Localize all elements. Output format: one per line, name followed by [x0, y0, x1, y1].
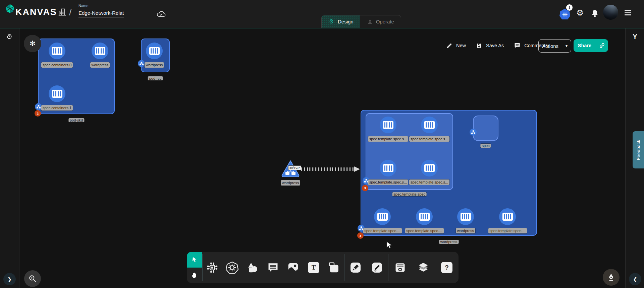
- kubernetes-helm-icon: [226, 261, 238, 274]
- select-arrow-icon: [191, 256, 198, 263]
- node-label: spec.containers.1: [41, 105, 73, 111]
- design-name-label: Name: [78, 4, 88, 8]
- brand-title: KANVAS: [15, 7, 57, 17]
- container-node[interactable]: spec.template.spec....: [366, 208, 399, 233]
- node-label: spec.template.spec.s...: [368, 136, 409, 142]
- note-card-icon: [328, 262, 340, 274]
- container-node[interactable]: wordpress: [138, 43, 171, 68]
- design-name-input[interactable]: [78, 9, 124, 17]
- group-wordpress-label[interactable]: wordpress: [439, 240, 459, 244]
- pod-skd-error-badge[interactable]: 2: [35, 110, 41, 117]
- feedback-tab[interactable]: Feedback: [633, 131, 644, 168]
- container-node[interactable]: spec.template.spec.s...: [413, 160, 446, 185]
- shapes-tool[interactable]: [242, 252, 263, 283]
- node-label: spec.template.spec.s...: [409, 179, 450, 185]
- tab-operate[interactable]: Operate: [360, 15, 401, 28]
- zoom-magnifier-icon: [28, 274, 37, 283]
- component-tool[interactable]: [203, 252, 222, 283]
- drawer-icon: [394, 262, 406, 274]
- operate-icon: [367, 19, 373, 25]
- node-label: wordpress: [456, 228, 476, 233]
- pan-tool[interactable]: [187, 268, 202, 283]
- container-icon: [49, 85, 65, 102]
- node-spec-label[interactable]: spec: [480, 144, 491, 148]
- save-as-button[interactable]: Save As: [476, 43, 504, 49]
- help-tool[interactable]: ?: [435, 252, 459, 283]
- zoom-button[interactable]: [24, 270, 41, 287]
- text-T-icon: T: [308, 262, 319, 273]
- user-avatar[interactable]: [603, 5, 618, 20]
- actions-button[interactable]: Actions ▾: [538, 39, 571, 53]
- canvas-toolbar: T: [187, 252, 459, 283]
- pen-nib-icon: [607, 273, 615, 282]
- layers-icon: [417, 261, 430, 274]
- tab-design-label: Design: [338, 19, 354, 24]
- container-node[interactable]: spec.containers.0: [40, 43, 74, 68]
- kubernetes-tool[interactable]: [222, 252, 242, 283]
- expand-right-panel-button[interactable]: ❮: [629, 273, 641, 285]
- container-node[interactable]: spec.template.spec.s...: [413, 117, 446, 142]
- node-spec[interactable]: spec: [473, 116, 498, 141]
- notifications-bell-icon[interactable]: [590, 9, 599, 18]
- new-label: New: [456, 43, 466, 48]
- group-pod-skd-label[interactable]: pod-skd: [68, 118, 84, 122]
- container-icon: [457, 208, 474, 225]
- container-node[interactable]: spec.template.spec.s...: [371, 117, 405, 142]
- pen-tool[interactable]: [344, 252, 366, 283]
- shapes-icon: [247, 262, 259, 274]
- menu-hamburger-icon[interactable]: [625, 10, 631, 17]
- share-button[interactable]: Share: [574, 39, 608, 52]
- pen-bezier-icon: [350, 262, 362, 274]
- pencil-tool[interactable]: [366, 252, 388, 283]
- layers-tool[interactable]: [412, 252, 435, 283]
- container-node[interactable]: spec.template.spec.s...: [371, 160, 405, 185]
- container-node[interactable]: spec.template.spec....: [491, 208, 524, 233]
- container-icon: [416, 208, 433, 225]
- container-node[interactable]: spec.containers.1: [40, 85, 74, 111]
- container-node[interactable]: wordpress: [83, 43, 117, 68]
- node-label: spec.template.spec.s...: [368, 179, 409, 185]
- comment-tool[interactable]: [263, 252, 283, 283]
- save-as-label: Save As: [486, 43, 504, 48]
- archive-tool[interactable]: [388, 252, 412, 283]
- edge-port-label: 80/TCP: [288, 165, 301, 170]
- actions-caret-icon[interactable]: ▾: [562, 44, 571, 48]
- history-swirl-icon[interactable]: [6, 33, 13, 41]
- app-header: KANVAS / Name Design Operate ⎈ 1 ⚙: [0, 0, 644, 28]
- canvas-config-button[interactable]: ✻: [24, 35, 41, 52]
- settings-gear-icon[interactable]: ⚙: [576, 8, 584, 18]
- node-label: spec.template.spec....: [363, 228, 402, 233]
- pointer-tools-column: [187, 252, 202, 283]
- text-tool[interactable]: T: [304, 252, 324, 283]
- container-icon: [92, 43, 108, 59]
- service-node[interactable]: wordpress: [270, 159, 311, 186]
- new-button[interactable]: New: [446, 43, 466, 49]
- group-spec-template-label[interactable]: spec.template.spec: [392, 192, 427, 196]
- merge-y-icon[interactable]: Y: [630, 32, 640, 41]
- actions-label: Actions: [539, 43, 562, 49]
- container-icon: [374, 208, 391, 225]
- share-label: Share: [574, 43, 596, 48]
- mouse-cursor: [386, 241, 393, 249]
- select-tool[interactable]: [187, 252, 202, 268]
- component-chip-icon: [206, 262, 218, 274]
- organization-icon[interactable]: [58, 7, 67, 16]
- container-icon: [380, 117, 396, 133]
- media-tool[interactable]: [283, 252, 304, 283]
- note-tool[interactable]: [324, 252, 344, 283]
- spec-template-error-badge[interactable]: 3: [362, 185, 368, 191]
- expand-left-panel-button[interactable]: ❯: [3, 273, 16, 285]
- container-node[interactable]: spec.template.spec....: [408, 208, 441, 233]
- group-pod-rcc-label[interactable]: pod-rcc: [148, 76, 163, 80]
- spec-relationship-icon[interactable]: [470, 129, 477, 136]
- cloud-saved-icon: [156, 9, 166, 18]
- hand-icon: [191, 272, 198, 279]
- container-icon: [380, 160, 396, 176]
- wordpress-error-badge[interactable]: 3: [357, 232, 364, 239]
- annotate-pen-button[interactable]: [603, 269, 620, 286]
- tab-design[interactable]: Design: [322, 15, 360, 28]
- comments-icon: [514, 42, 521, 49]
- kanvas-logo-icon[interactable]: [4, 3, 16, 14]
- copy-link-icon[interactable]: [596, 42, 608, 49]
- container-node[interactable]: wordpress: [449, 208, 482, 233]
